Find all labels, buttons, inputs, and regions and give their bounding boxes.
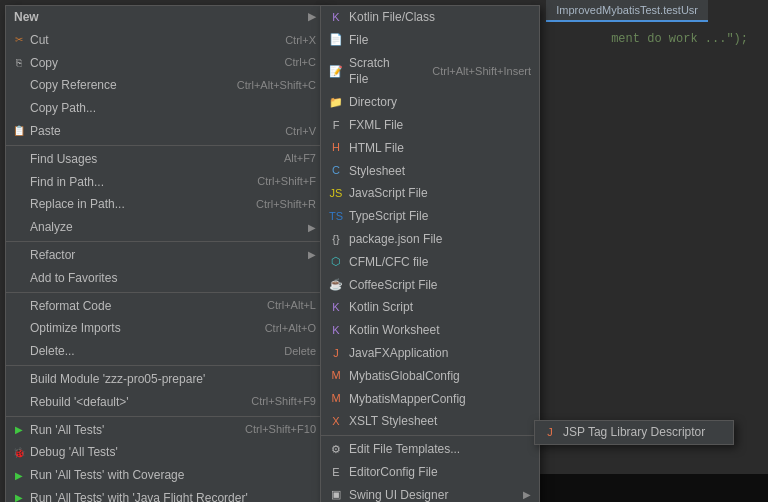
- debug-label: Debug 'All Tests': [30, 444, 118, 461]
- separator-5: [6, 416, 324, 417]
- reformat-shortcut: Ctrl+Alt+L: [267, 298, 316, 313]
- submenu-javafx[interactable]: J JavaFXApplication: [321, 342, 539, 365]
- submenu-scratch-file[interactable]: 📝 Scratch File Ctrl+Alt+Shift+Insert: [321, 52, 539, 92]
- replace-path-label: Replace in Path...: [30, 196, 125, 213]
- copy-reference-shortcut: Ctrl+Alt+Shift+C: [237, 78, 316, 93]
- submenu-sep-1: [321, 435, 539, 436]
- replace-path-shortcut: Ctrl+Shift+R: [256, 197, 316, 212]
- flight-icon: ▶: [12, 491, 26, 502]
- submenu-javascript[interactable]: JS JavaScript File: [321, 182, 539, 205]
- scratch-shortcut: Ctrl+Alt+Shift+Insert: [432, 64, 531, 79]
- submenu-html[interactable]: H HTML File: [321, 137, 539, 160]
- new-submenu: K Kotlin File/Class 📄 File 📝 Scratch Fil…: [320, 5, 540, 502]
- cut-label: Cut: [30, 32, 49, 49]
- menu-item-analyze[interactable]: Analyze ▶: [6, 216, 324, 239]
- menu-item-paste[interactable]: 📋 Paste Ctrl+V: [6, 120, 324, 143]
- menu-item-find-path[interactable]: Find in Path... Ctrl+Shift+F: [6, 171, 324, 194]
- menu-item-find-usages[interactable]: Find Usages Alt+F7: [6, 148, 324, 171]
- delete-label: Delete...: [30, 343, 75, 360]
- submenu-kotlin-worksheet[interactable]: K Kotlin Worksheet: [321, 319, 539, 342]
- submenu-file[interactable]: 📄 File: [321, 29, 539, 52]
- fxml-icon: F: [327, 116, 345, 134]
- separator-4: [6, 365, 324, 366]
- xml-config-submenu: J JSP Tag Library Descriptor: [534, 420, 734, 445]
- menu-item-add-favorites[interactable]: Add to Favorites: [6, 267, 324, 290]
- menu-item-copy-reference[interactable]: Copy Reference Ctrl+Alt+Shift+C: [6, 74, 324, 97]
- package-json-icon: {}: [327, 230, 345, 248]
- paste-shortcut: Ctrl+V: [285, 124, 316, 139]
- edit-templates-icon: ⚙: [327, 441, 345, 459]
- scratch-file-label: Scratch File: [349, 55, 412, 89]
- mybatis-global-label: MybatisGlobalConfig: [349, 368, 460, 385]
- kotlin-script-label: Kotlin Script: [349, 299, 413, 316]
- editor-tab[interactable]: ImprovedMybatisTest.testUsr: [546, 0, 708, 22]
- mybatis-global-icon: M: [327, 367, 345, 385]
- find-usages-label: Find Usages: [30, 151, 97, 168]
- submenu-jsp-tag[interactable]: J JSP Tag Library Descriptor: [535, 421, 733, 444]
- paste-icon: 📋: [12, 124, 26, 138]
- run-icon: ▶: [12, 423, 26, 437]
- menu-item-copy[interactable]: ⎘ Copy Ctrl+C: [6, 52, 324, 75]
- swing-icon: ▣: [327, 486, 345, 502]
- editor-code: ment do work ...");: [611, 30, 748, 49]
- jsp-tag-icon: J: [541, 423, 559, 441]
- menu-item-replace-path[interactable]: Replace in Path... Ctrl+Shift+R: [6, 193, 324, 216]
- reformat-label: Reformat Code: [30, 298, 111, 315]
- typescript-label: TypeScript File: [349, 208, 428, 225]
- cfml-label: CFML/CFC file: [349, 254, 428, 271]
- submenu-stylesheet[interactable]: C Stylesheet: [321, 160, 539, 183]
- separator-2: [6, 241, 324, 242]
- stylesheet-label: Stylesheet: [349, 163, 405, 180]
- html-label: HTML File: [349, 140, 404, 157]
- javafx-label: JavaFXApplication: [349, 345, 448, 362]
- submenu-edit-templates[interactable]: ⚙ Edit File Templates...: [321, 438, 539, 461]
- copy-path-label: Copy Path...: [30, 100, 96, 117]
- submenu-fxml[interactable]: F FXML File: [321, 114, 539, 137]
- submenu-package-json[interactable]: {} package.json File: [321, 228, 539, 251]
- submenu-editorconfig[interactable]: E EditorConfig File: [321, 461, 539, 484]
- edit-templates-label: Edit File Templates...: [349, 441, 460, 458]
- menu-item-rebuild[interactable]: Rebuild '<default>' Ctrl+Shift+F9: [6, 391, 324, 414]
- rebuild-shortcut: Ctrl+Shift+F9: [251, 394, 316, 409]
- editorconfig-label: EditorConfig File: [349, 464, 438, 481]
- menu-item-run-coverage[interactable]: ▶ Run 'All Tests' with Coverage: [6, 464, 324, 487]
- submenu-mybatis-mapper[interactable]: M MybatisMapperConfig: [321, 388, 539, 411]
- rebuild-label: Rebuild '<default>': [30, 394, 129, 411]
- menu-item-cut[interactable]: ✂ Cut Ctrl+X: [6, 29, 324, 52]
- submenu-xslt[interactable]: X XSLT Stylesheet: [321, 410, 539, 433]
- menu-item-debug[interactable]: 🐞 Debug 'All Tests': [6, 441, 324, 464]
- copy-reference-label: Copy Reference: [30, 77, 117, 94]
- submenu-swing-ui[interactable]: ▣ Swing UI Designer ▶: [321, 484, 539, 502]
- cut-shortcut: Ctrl+X: [285, 33, 316, 48]
- mybatis-mapper-icon: M: [327, 390, 345, 408]
- paste-label: Paste: [30, 123, 61, 140]
- menu-item-refactor[interactable]: Refactor ▶: [6, 244, 324, 267]
- copy-label: Copy: [30, 55, 58, 72]
- menu-item-run[interactable]: ▶ Run 'All Tests' Ctrl+Shift+F10: [6, 419, 324, 442]
- analyze-arrow: ▶: [308, 221, 316, 235]
- submenu-kotlin-file[interactable]: K Kotlin File/Class: [321, 6, 539, 29]
- coffee-icon: ☕: [327, 276, 345, 294]
- swing-arrow: ▶: [523, 488, 531, 502]
- menu-item-reformat[interactable]: Reformat Code Ctrl+Alt+L: [6, 295, 324, 318]
- menu-item-new[interactable]: New ▶: [6, 6, 324, 29]
- directory-icon: 📁: [327, 94, 345, 112]
- submenu-cfml[interactable]: ⬡ CFML/CFC file: [321, 251, 539, 274]
- submenu-typescript[interactable]: TS TypeScript File: [321, 205, 539, 228]
- submenu-coffeescript[interactable]: ☕ CoffeeScript File: [321, 274, 539, 297]
- menu-item-delete[interactable]: Delete... Delete: [6, 340, 324, 363]
- build-label: Build Module 'zzz-pro05-prepare': [30, 371, 205, 388]
- submenu-kotlin-script[interactable]: K Kotlin Script: [321, 296, 539, 319]
- menu-item-optimize[interactable]: Optimize Imports Ctrl+Alt+O: [6, 317, 324, 340]
- menu-item-run-flight[interactable]: ▶ Run 'All Tests' with 'Java Flight Reco…: [6, 487, 324, 502]
- css-icon: C: [327, 162, 345, 180]
- javascript-label: JavaScript File: [349, 185, 428, 202]
- run-flight-label: Run 'All Tests' with 'Java Flight Record…: [30, 490, 248, 502]
- kotlin-file-label: Kotlin File/Class: [349, 9, 435, 26]
- cut-icon: ✂: [12, 33, 26, 47]
- coverage-icon: ▶: [12, 469, 26, 483]
- submenu-mybatis-global[interactable]: M MybatisGlobalConfig: [321, 365, 539, 388]
- submenu-directory[interactable]: 📁 Directory: [321, 91, 539, 114]
- menu-item-copy-path[interactable]: Copy Path...: [6, 97, 324, 120]
- menu-item-build[interactable]: Build Module 'zzz-pro05-prepare': [6, 368, 324, 391]
